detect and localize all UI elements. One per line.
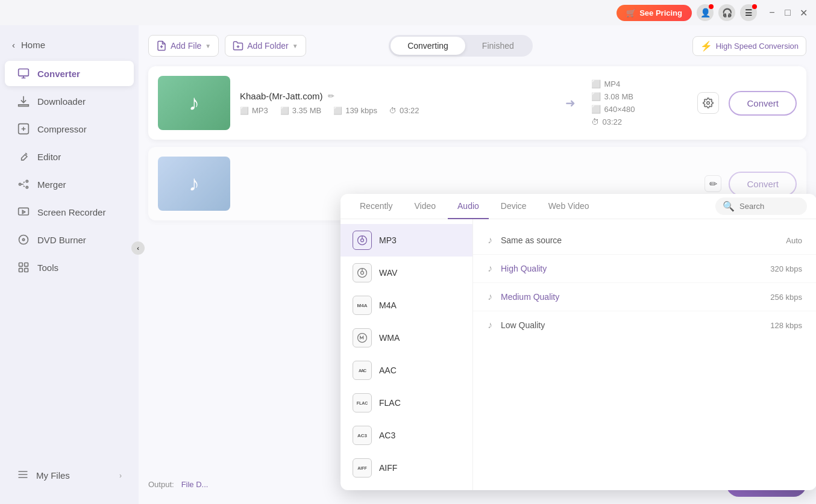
- format-tab-device[interactable]: Device: [491, 194, 536, 219]
- sidebar-item-downloader[interactable]: Downloader: [5, 89, 134, 114]
- sidebar-home[interactable]: ‹ Home: [0, 35, 139, 55]
- add-folder-chevron: ▼: [292, 43, 298, 49]
- source-format-text-1: MP3: [252, 106, 268, 115]
- convert-button-2[interactable]: Convert: [729, 172, 797, 196]
- quality-val-high: 320 kbps: [770, 264, 802, 273]
- tab-converting[interactable]: Converting: [391, 37, 465, 55]
- headset-icon[interactable]: 🎧: [718, 4, 735, 21]
- aac-label: AAC: [379, 366, 397, 375]
- home-label: Home: [21, 40, 45, 50]
- sidebar-item-dvd-burner[interactable]: DVD Burner: [5, 227, 134, 252]
- format-item-m4a[interactable]: M4A M4A: [341, 289, 472, 322]
- settings-button-1[interactable]: [697, 92, 719, 114]
- source-bitrate-1: ⬜ 139 kbps: [333, 106, 377, 115]
- downloader-label: Downloader: [37, 96, 86, 107]
- add-file-label: Add File: [171, 41, 201, 51]
- screen-recorder-label: Screen Recorder: [37, 207, 105, 217]
- format-item-mp3[interactable]: MP3: [341, 224, 472, 257]
- wma-label: WMA: [379, 333, 400, 343]
- format-tab-recently[interactable]: Recently: [350, 194, 402, 219]
- sidebar-item-compressor[interactable]: Compressor: [5, 116, 134, 142]
- sidebar-item-tools[interactable]: Tools: [5, 255, 134, 280]
- output-resolution-1: ⬜ 640×480: [591, 105, 688, 114]
- menu-icon[interactable]: ☰: [740, 4, 757, 21]
- compressor-label: Compressor: [37, 124, 87, 134]
- mp3-icon: [353, 231, 372, 250]
- convert-button-1[interactable]: Convert: [729, 91, 797, 116]
- quality-low[interactable]: ♪ Low Quality 128 kbps: [473, 311, 816, 339]
- compressor-icon: [17, 122, 30, 135]
- add-file-button[interactable]: Add File ▼: [148, 35, 219, 57]
- music-icon-1: ♪: [189, 90, 199, 116]
- screen-recorder-icon: [17, 205, 30, 219]
- svg-point-3: [26, 180, 28, 182]
- merger-label: Merger: [37, 179, 66, 190]
- chevron-right-icon: ›: [119, 471, 122, 480]
- close-button[interactable]: ✕: [798, 7, 809, 18]
- sidebar-item-screen-recorder[interactable]: Screen Recorder: [5, 199, 134, 225]
- format-item-wma[interactable]: WMA: [341, 322, 472, 354]
- quality-same-as-source[interactable]: ♪ Same as source Auto: [473, 226, 816, 255]
- high-speed-button[interactable]: ⚡ High Speed Conversion: [692, 36, 806, 56]
- maximize-button[interactable]: □: [782, 7, 793, 18]
- format-item-flac[interactable]: FLAC FLAC: [341, 387, 472, 419]
- format-tab-video[interactable]: Video: [404, 194, 445, 219]
- output-label: Output:: [148, 480, 174, 489]
- ac3-icon: AC3: [353, 426, 372, 445]
- format-tab-audio[interactable]: Audio: [448, 194, 489, 219]
- see-pricing-button[interactable]: 🛒 See Pricing: [617, 5, 692, 21]
- m4a-label: M4A: [379, 300, 397, 310]
- sidebar-collapse-button[interactable]: ‹: [131, 241, 145, 255]
- format-item-ac3[interactable]: AC3 AC3: [341, 419, 472, 452]
- quality-name-same: Same as source: [501, 235, 777, 245]
- format-item-aac[interactable]: AAC AAC: [341, 354, 472, 387]
- svg-point-16: [707, 102, 710, 105]
- edit-filename-icon-1[interactable]: ✏: [328, 92, 334, 101]
- output-dur-icon-1: ⏱: [591, 117, 599, 126]
- add-folder-button[interactable]: Add Folder ▼: [225, 35, 306, 57]
- svg-point-4: [26, 186, 28, 188]
- sidebar-item-merger[interactable]: Merger: [5, 172, 134, 197]
- quality-name-high: High Quality: [501, 264, 762, 273]
- quality-icon-low: ♪: [488, 320, 492, 331]
- dvd-burner-label: DVD Burner: [37, 235, 86, 245]
- user-badge: [709, 4, 714, 9]
- edit-icon-2[interactable]: ✏: [705, 175, 721, 192]
- my-files-label: My Files: [36, 470, 70, 481]
- converter-icon: [17, 67, 30, 80]
- format-qualities: ♪ Same as source Auto ♪ High Quality 320…: [473, 219, 816, 490]
- sidebar-item-converter[interactable]: Converter: [5, 61, 134, 86]
- aac-icon: AAC: [353, 361, 372, 380]
- quality-medium[interactable]: ♪ Medium Quality 256 kbps: [473, 283, 816, 311]
- quality-high[interactable]: ♪ High Quality 320 kbps: [473, 255, 816, 283]
- m4a-icon: M4A: [353, 296, 372, 315]
- output-duration-text-1: 03:22: [602, 117, 622, 126]
- minimize-button[interactable]: −: [767, 7, 777, 18]
- output-format-1: ⬜ MP4: [591, 79, 688, 89]
- file-info-1: Khaab-(Mr-Jatt.com) ✏ ⬜ MP3 ⬜ 3.35 MB ⬜ …: [240, 91, 550, 115]
- high-speed-label: High Speed Conversion: [716, 42, 799, 51]
- flac-label: FLAC: [379, 398, 401, 408]
- output-duration-1: ⏱ 03:22: [591, 117, 688, 126]
- file-meta-1: ⬜ MP3 ⬜ 3.35 MB ⬜ 139 kbps ⏱ 03:22: [240, 106, 550, 115]
- arrow-section-1: ➜: [559, 96, 582, 110]
- format-item-aiff[interactable]: AIFF AIFF: [341, 452, 472, 484]
- quality-icon-same: ♪: [488, 235, 492, 246]
- titlebar: 🛒 See Pricing 👤 🎧 ☰ − □ ✕: [0, 0, 816, 25]
- search-icon: 🔍: [723, 201, 735, 212]
- sidebar-item-my-files[interactable]: My Files ›: [5, 462, 134, 488]
- svg-point-2: [19, 183, 21, 185]
- flac-icon: FLAC: [353, 393, 372, 412]
- format-tab-web-video[interactable]: Web Video: [539, 194, 599, 219]
- duration-icon-1: ⏱: [389, 107, 397, 115]
- quality-val-same: Auto: [786, 236, 802, 245]
- file-name-1: Khaab-(Mr-Jatt.com) ✏: [240, 91, 550, 101]
- format-search-input[interactable]: [739, 202, 800, 211]
- sidebar: ‹ Home Converter Downloader: [0, 25, 139, 504]
- mp3-label: MP3: [379, 235, 397, 245]
- format-item-wav[interactable]: WAV: [341, 257, 472, 289]
- tab-finished[interactable]: Finished: [465, 37, 531, 55]
- sidebar-item-editor[interactable]: Editor: [5, 144, 134, 169]
- user-icon[interactable]: 👤: [697, 4, 714, 21]
- app-body: ‹ Home Converter Downloader: [0, 25, 816, 504]
